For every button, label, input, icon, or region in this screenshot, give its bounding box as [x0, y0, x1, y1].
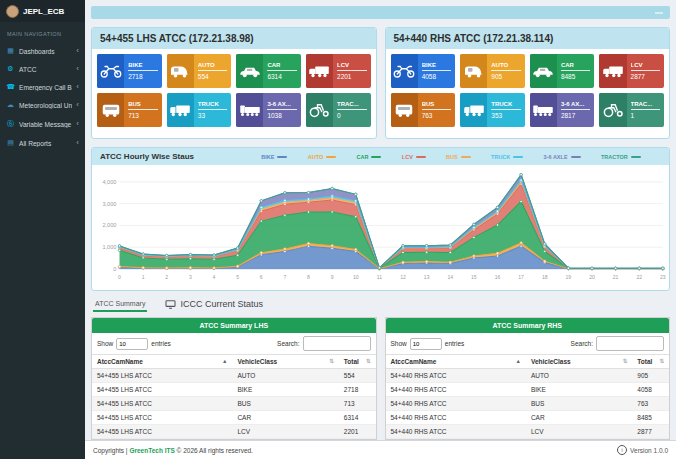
footer: Copyrights | GreenTech ITS © 2026 All ri…: [85, 440, 676, 459]
show-entries-input[interactable]: [116, 338, 148, 350]
monitor-icon: [165, 300, 176, 309]
legend-item-3-6-axle[interactable]: 3-6 AXLE: [544, 154, 581, 160]
tractor-icon: [599, 93, 626, 127]
vehicle-tile-bike: BIKE2718: [97, 54, 162, 88]
search-wrap: Search:: [277, 336, 370, 351]
table-row: 54+455 LHS ATCCBUS713: [92, 397, 376, 411]
svg-text:3: 3: [189, 274, 192, 280]
tab-atcc-summary[interactable]: ATCC Summary: [93, 297, 147, 312]
sidebar-item-all-reports[interactable]: ▤All Reports‹: [0, 134, 85, 152]
table-cell: 54+440 RHS ATCC: [386, 397, 526, 411]
table-cell: 2201: [339, 425, 376, 439]
sidebar-item-atcc[interactable]: ⚙ATCC‹: [0, 60, 85, 78]
truck-icon: [460, 93, 487, 127]
legend-item-tractor[interactable]: TRACTOR: [601, 154, 641, 160]
sidebar-item-meteorological-unit[interactable]: ☁Meteorological Unit‹: [0, 96, 85, 114]
sidebar-item-label: Dashboards: [19, 48, 72, 55]
tile-body: TRAC...0: [333, 93, 370, 127]
brand-link[interactable]: GreenTech ITS: [129, 447, 174, 454]
car-icon: [236, 54, 263, 88]
search-input[interactable]: [596, 336, 664, 351]
tile-label: BIKE: [422, 62, 451, 68]
table-cell: 4058: [632, 383, 669, 397]
vehicle-tile-lcv: LCV2201: [306, 54, 371, 88]
legend-item-lcv[interactable]: LCV: [402, 154, 426, 160]
legend-item-bike[interactable]: BIKE: [261, 154, 287, 160]
table-cell: 905: [632, 369, 669, 383]
logo[interactable]: JEPL_ECB: [0, 0, 85, 22]
rickshaw-icon: [460, 54, 487, 88]
tractor-icon: [306, 93, 333, 127]
tile-value: 554: [198, 73, 227, 80]
tile-label: BIKE: [128, 62, 157, 68]
table-rhs-summary: ATCC Summary RHS Show entries Search: At…: [385, 317, 671, 440]
tile-divider: [267, 70, 296, 71]
hourly-chart-panel: ATCC Hourly Wise Staus BIKEAUTOCARLCVBUS…: [91, 147, 670, 291]
chart-title: ATCC Hourly Wise Staus: [100, 152, 194, 161]
vehicle-tile-trac: TRAC...0: [306, 93, 371, 127]
tile-divider: [337, 109, 366, 110]
dashboard-icon: ▦: [6, 47, 15, 55]
tab-iccc-current-status[interactable]: ICCC Current Status: [163, 296, 265, 312]
legend-swatch: [416, 156, 426, 158]
column-header-total[interactable]: Total⇅: [339, 355, 376, 369]
tile-body: BIKE4058: [418, 54, 455, 88]
sidebar-item-dashboards[interactable]: ▦Dashboards‹: [0, 42, 85, 60]
column-header-total[interactable]: Total⇅: [632, 355, 669, 369]
tile-label: 3-6 AX...: [267, 101, 296, 107]
tile-divider: [491, 109, 520, 110]
table-cell: CAR: [232, 411, 338, 425]
table-controls: Show entries Search:: [92, 333, 376, 354]
sidebar-item-variable-message-sign[interactable]: ⓈVariable Message Sign‹: [0, 114, 85, 134]
vehicle-tile-36ax: 3-6 AX...2817: [530, 93, 595, 127]
svg-text:1,000: 1,000: [102, 244, 116, 250]
column-header-vehicleclass[interactable]: VehicleClass⇅: [526, 355, 632, 369]
vehicle-tile-bike: BIKE4058: [391, 54, 456, 88]
show-label: Show: [391, 340, 407, 347]
table-cell: LCV: [232, 425, 338, 439]
tile-value: 4058: [422, 73, 451, 80]
show-entries-input[interactable]: [410, 338, 442, 350]
tile-body: AUTO905: [487, 54, 524, 88]
table-cell: BIKE: [232, 383, 338, 397]
tile-label: BUS: [422, 101, 451, 107]
tile-divider: [198, 109, 227, 110]
summary-tables: ATCC Summary LHS Show entries Search: At…: [91, 317, 670, 440]
tile-body: BUS713: [124, 93, 161, 127]
search-input[interactable]: [303, 336, 371, 351]
legend-swatch: [631, 156, 641, 158]
legend-item-auto[interactable]: AUTO: [308, 154, 336, 160]
tile-body: TRUCK33: [194, 93, 231, 127]
legend-item-truck[interactable]: TRUCK: [491, 154, 523, 160]
column-header-atcccamname[interactable]: AtccCamName▲: [92, 355, 232, 369]
tile-value: 353: [491, 112, 520, 119]
tile-label: TRAC...: [631, 101, 660, 107]
tile-divider: [561, 109, 590, 110]
svg-text:6: 6: [260, 274, 263, 280]
tile-value: 6314: [267, 73, 296, 80]
navbar-toggle[interactable]: [655, 12, 663, 14]
svg-text:3,000: 3,000: [102, 201, 116, 207]
legend-item-car[interactable]: CAR: [357, 154, 382, 160]
search-label: Search:: [277, 340, 299, 347]
svg-text:23: 23: [660, 274, 666, 280]
table-cell: AUTO: [526, 369, 632, 383]
legend-swatch: [277, 156, 287, 158]
tile-divider: [128, 70, 157, 71]
legend-item-bus[interactable]: BUS: [446, 154, 471, 160]
panel-title: 54+440 RHS ATCC (172.21.38.114): [386, 28, 670, 49]
sidebar-item-emergency-call-box[interactable]: ☎Emergency Call Box‹: [0, 78, 85, 96]
tile-body: BUS763: [418, 93, 455, 127]
table-cell: LCV: [526, 425, 632, 439]
table-controls: Show entries Search:: [386, 333, 670, 354]
svg-text:13: 13: [424, 274, 430, 280]
column-header-atcccamname[interactable]: AtccCamName▲: [386, 355, 526, 369]
copyright-text: Copyrights | GreenTech ITS © 2026 All ri…: [93, 447, 253, 454]
column-header-vehicleclass[interactable]: VehicleClass⇅: [232, 355, 338, 369]
table-cell: 8485: [632, 411, 669, 425]
svg-text:5: 5: [236, 274, 239, 280]
tile-body: BIKE2718: [124, 54, 161, 88]
tile-body: AUTO554: [194, 54, 231, 88]
vehicle-tile-bus: BUS713: [97, 93, 162, 127]
vehicle-tile-lcv: LCV2877: [599, 54, 664, 88]
